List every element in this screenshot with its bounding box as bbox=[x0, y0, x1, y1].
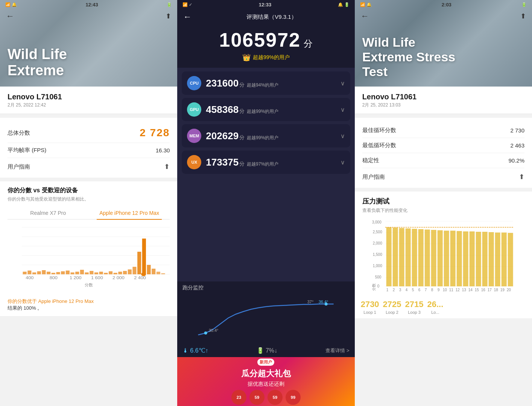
hero-section: 📶 🔔 12:43 🔋 ← ⬆ Wild Life Extreme bbox=[0, 0, 177, 87]
device-tabs: Realme X7 Pro Apple iPhone 12 Pro Max bbox=[8, 207, 170, 220]
loop-item-4: 26... Lo... bbox=[427, 300, 444, 315]
svg-rect-20 bbox=[90, 271, 93, 274]
guide-row: 用户指南 ⬆ bbox=[8, 158, 170, 172]
pressure-svg: 3,000 2,500 2,000 1,500 1,000 500 0 分数 bbox=[362, 217, 524, 293]
guide-label: 用户指南 bbox=[362, 173, 385, 181]
share-button[interactable]: ⬆ bbox=[520, 12, 526, 20]
score-cards: CPU 231600 分 超越94%的用户 ∨ GPU 458368 分 超越9… bbox=[177, 68, 354, 281]
thermometer-icon: 🌡 bbox=[182, 347, 188, 354]
stability-value: 90.2% bbox=[508, 157, 524, 164]
fps-row: 平均帧率 (FPS) 16.30 bbox=[8, 143, 170, 158]
ux-score-unit: 分 bbox=[239, 161, 245, 167]
svg-text:2 400: 2 400 bbox=[134, 276, 146, 280]
share-button[interactable]: ⬆ bbox=[166, 12, 171, 20]
svg-text:2,500: 2,500 bbox=[372, 230, 382, 234]
total-score-row: 总体分数 2 728 bbox=[8, 123, 170, 143]
status-bar: 📶 🔔 2:03 🔋 bbox=[355, 0, 532, 9]
guide-row: 用户指南 ⬆ bbox=[362, 168, 524, 182]
monitor-section: 跑分监控 30.4° 37° 36.4° bbox=[177, 281, 354, 344]
device-date: 2月 25, 2022 13:03 bbox=[362, 102, 524, 108]
svg-rect-67 bbox=[405, 228, 410, 286]
cpu-score-top: 231600 分 超越94%的用户 bbox=[206, 78, 336, 89]
gpu-score-unit: 分 bbox=[239, 108, 245, 115]
mem-score-top: 202629 分 超越99%的用户 bbox=[206, 130, 336, 142]
status-icons-left: 📶 ✓ bbox=[182, 2, 192, 7]
battery-info: 🔋 7%↓ bbox=[257, 347, 277, 354]
fps-value: 16.30 bbox=[156, 147, 170, 154]
tab-iphone[interactable]: Apple iPhone 12 Pro Max bbox=[89, 207, 170, 219]
gpu-expand-icon[interactable]: ∨ bbox=[340, 106, 345, 113]
total-score-line: 1065972 分 bbox=[185, 29, 347, 51]
ux-score-pct: 超越97%的用户 bbox=[247, 161, 278, 167]
mem-score-num: 202629 bbox=[206, 130, 239, 142]
mem-expand-icon[interactable]: ∨ bbox=[340, 132, 345, 140]
svg-rect-11 bbox=[47, 272, 50, 274]
svg-text:3: 3 bbox=[399, 288, 401, 292]
pressure-title: 压力测试 bbox=[362, 197, 524, 206]
panel-stress-test: 📶 🔔 2:03 🔋 ← ⬆ Wild Life Extreme Stress … bbox=[355, 0, 532, 406]
total-score-label: 总体分数 bbox=[8, 129, 30, 137]
svg-rect-17 bbox=[75, 272, 79, 274]
svg-rect-22 bbox=[99, 272, 103, 274]
mem-score-card: MEM 202629 分 超越99%的用户 ∨ bbox=[182, 124, 350, 147]
bottom-bar: 🌡 6.6℃↑ 🔋 7%↓ 查看详情 > bbox=[177, 344, 354, 357]
ad-circle-1: 23 bbox=[231, 390, 246, 405]
svg-rect-82 bbox=[501, 233, 506, 286]
device-date: 2月 25, 2022 12:42 bbox=[8, 102, 170, 108]
compare-result-text1: 你的分数优于 Apple iPhone 12 Pro Max bbox=[8, 298, 170, 305]
svg-text:0: 0 bbox=[377, 284, 379, 288]
svg-text:500: 500 bbox=[375, 275, 381, 279]
battery-value: 7%↓ bbox=[266, 347, 277, 354]
bar-chart: 400 800 1 200 1 600 2 000 2 400 bbox=[8, 224, 170, 280]
ad-banner: 新用户 瓜分超大礼包 据优惠送还还剩 23 59 59 99 bbox=[177, 357, 354, 406]
gpu-score-card: GPU 458368 分 超越99%的用户 ∨ bbox=[182, 98, 350, 121]
svg-rect-30 bbox=[137, 252, 141, 274]
tab-realme[interactable]: Realme X7 Pro bbox=[8, 207, 89, 219]
back-button[interactable]: ← bbox=[6, 11, 14, 21]
ux-score-card: UX 173375 分 超越97%的用户 ∨ bbox=[182, 151, 350, 174]
svg-rect-31 bbox=[142, 239, 146, 274]
svg-text:1 600: 1 600 bbox=[91, 276, 103, 280]
back-button[interactable]: ← bbox=[361, 11, 369, 21]
svg-rect-28 bbox=[128, 269, 132, 274]
svg-rect-19 bbox=[85, 272, 89, 274]
svg-rect-74 bbox=[450, 231, 455, 286]
guide-share-icon[interactable]: ⬆ bbox=[164, 163, 170, 171]
monitor-title: 跑分监控 bbox=[182, 284, 349, 291]
svg-rect-64 bbox=[386, 227, 391, 286]
guide-share-icon[interactable]: ⬆ bbox=[519, 173, 524, 181]
svg-text:15: 15 bbox=[474, 288, 479, 292]
svg-rect-77 bbox=[469, 231, 474, 286]
ux-score-num: 173375 bbox=[206, 157, 239, 168]
cpu-expand-icon[interactable]: ∨ bbox=[340, 80, 345, 87]
back-button[interactable]: ← bbox=[183, 12, 192, 22]
svg-text:17: 17 bbox=[487, 288, 492, 292]
loop-3-label: Loop 3 bbox=[405, 310, 424, 315]
mem-info: 202629 分 超越99%的用户 bbox=[206, 130, 336, 142]
status-icons-right: 🔔 🔋 bbox=[338, 2, 350, 7]
svg-text:37°: 37° bbox=[307, 300, 314, 304]
loop-2-score: 2725 bbox=[383, 300, 401, 309]
status-time: 12:43 bbox=[86, 2, 98, 8]
svg-rect-80 bbox=[488, 232, 494, 286]
svg-rect-34 bbox=[157, 272, 160, 274]
ux-expand-icon[interactable]: ∨ bbox=[340, 159, 345, 166]
nav-bar: ← 评测结果（V9.3.1） bbox=[177, 9, 354, 25]
loop-scores: 2730 Loop 1 2725 Loop 2 2715 Loop 3 26..… bbox=[355, 296, 532, 318]
ux-info: 173375 分 超越97%的用户 bbox=[206, 157, 336, 168]
svg-rect-27 bbox=[123, 271, 127, 274]
svg-text:5: 5 bbox=[412, 288, 414, 292]
device-card: Lenovo L71061 2月 25, 2022 12:42 bbox=[0, 87, 177, 114]
svg-text:分数: 分数 bbox=[371, 283, 375, 291]
status-right-icons: 🔋 bbox=[167, 2, 172, 7]
content-area: Lenovo L71061 2月 25, 2022 12:42 总体分数 2 7… bbox=[0, 87, 177, 406]
svg-text:2 000: 2 000 bbox=[112, 276, 125, 280]
status-time: 12:33 bbox=[259, 2, 271, 8]
svg-text:2,000: 2,000 bbox=[372, 241, 382, 245]
svg-text:4: 4 bbox=[405, 288, 407, 292]
svg-text:11: 11 bbox=[449, 288, 453, 292]
stats-card: 总体分数 2 728 平均帧率 (FPS) 16.30 用户指南 ⬆ bbox=[0, 118, 177, 178]
min-score-row: 最低循环分数 2 463 bbox=[362, 138, 524, 153]
details-link[interactable]: 查看详情 > bbox=[325, 347, 349, 354]
hero-section: 📶 🔔 2:03 🔋 ← ⬆ Wild Life Extreme Stress … bbox=[355, 0, 532, 87]
